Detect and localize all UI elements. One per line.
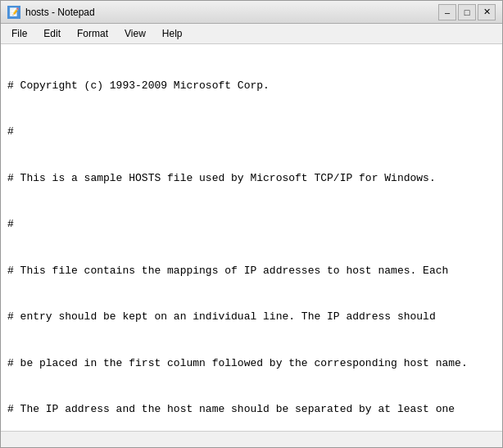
close-button[interactable]: ✕ <box>478 4 496 20</box>
line-8: # The IP address and the host name shoul… <box>7 402 496 418</box>
menu-item-edit[interactable]: Edit <box>36 25 68 42</box>
line-6: # entry should be kept on an individual … <box>7 310 496 325</box>
menu-item-format[interactable]: Format <box>70 25 116 42</box>
menu-item-view[interactable]: View <box>117 25 153 42</box>
menu-bar: FileEditFormatViewHelp <box>1 24 502 44</box>
window-controls: – □ ✕ <box>438 4 496 20</box>
status-bar <box>1 431 502 447</box>
line-2: # <box>7 124 496 140</box>
window-title: hosts - Notepad <box>25 7 95 18</box>
minimize-button[interactable]: – <box>438 4 456 20</box>
text-content: # Copyright (c) 1993-2009 Microsoft Corp… <box>7 48 496 431</box>
line-3: # This is a sample HOSTS file used by Mi… <box>7 171 496 187</box>
line-7: # be placed in the first column followed… <box>7 356 496 372</box>
line-5: # This file contains the mappings of IP … <box>7 264 496 279</box>
menu-item-help[interactable]: Help <box>155 25 190 42</box>
app-icon: 📝 <box>7 6 20 19</box>
title-bar-left: 📝 hosts - Notepad <box>7 6 95 19</box>
line-4: # <box>7 217 496 233</box>
title-bar: 📝 hosts - Notepad – □ ✕ <box>1 1 502 24</box>
maximize-button[interactable]: □ <box>458 4 476 20</box>
notepad-window: 📝 hosts - Notepad – □ ✕ FileEditFormatVi… <box>0 0 503 448</box>
menu-item-file[interactable]: File <box>4 25 34 42</box>
line-1: # Copyright (c) 1993-2009 Microsoft Corp… <box>7 79 496 94</box>
editor-area[interactable]: # Copyright (c) 1993-2009 Microsoft Corp… <box>1 44 502 431</box>
